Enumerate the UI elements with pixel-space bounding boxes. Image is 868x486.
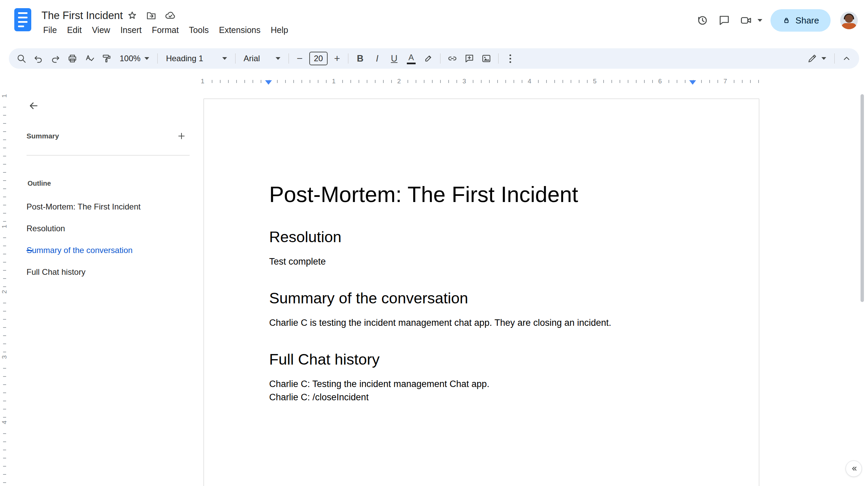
more-options-button[interactable] [502,50,519,67]
insert-image-button[interactable] [478,50,495,67]
doc-paragraph[interactable]: Charlie C is testing the incident manage… [269,316,698,330]
paragraph-style-value: Heading 1 [166,54,203,63]
outline-item-resolution[interactable]: Resolution [27,222,193,235]
underline-icon: U [391,53,398,64]
decrease-font-size-button[interactable]: − [292,51,307,66]
video-call-button[interactable] [735,10,757,31]
comment-plus-icon [464,53,474,64]
history-clock-icon [696,14,709,27]
print-button[interactable] [64,50,81,67]
chevron-down-icon [276,57,280,60]
zoom-select[interactable]: 100% [115,51,154,66]
highlight-color-button[interactable] [420,50,437,67]
menu-file[interactable]: File [38,22,62,38]
menu-view[interactable]: View [87,22,115,38]
font-value: Arial [244,54,260,63]
ruler-number: 3 [460,77,469,86]
ruler-number: 2 [395,77,404,86]
doc-heading-1[interactable]: Post-Mortem: The First Incident [269,182,698,207]
add-summary-button[interactable] [173,128,190,144]
star-button[interactable] [123,7,142,24]
chevron-down-icon [821,57,826,60]
toolbar-right [802,50,855,67]
menu-tools[interactable]: Tools [184,22,214,38]
outline-item-post-mortem[interactable]: Post-Mortem: The First Incident [27,200,193,214]
italic-button[interactable]: I [369,50,386,67]
toolbar: 100% Heading 1 Arial − 20 + B I U A [9,48,859,69]
outline-label: Outline [28,180,51,187]
docs-logo-icon[interactable] [14,8,31,31]
doc-paragraph[interactable]: Charlie C: Testing the incident manageme… [269,378,698,391]
ruler-number: 1 [329,77,338,86]
text-color-button[interactable]: A [403,50,420,67]
highlighter-icon [423,53,433,64]
document-status-button[interactable] [161,7,180,24]
ruler-number: 7 [721,77,730,86]
close-outline-button[interactable] [24,96,44,116]
ruler-number: 1 [0,222,9,231]
logo-line [18,17,28,18]
lock-icon [782,16,791,25]
paint-format-button[interactable] [98,50,115,67]
menu-help[interactable]: Help [266,22,293,38]
add-comment-button[interactable] [461,50,478,67]
redo-button[interactable] [47,50,64,67]
undo-icon [33,53,44,64]
summary-label: Summary [27,132,59,140]
doc-paragraph[interactable]: Charlie C: /closeIncident [269,391,698,404]
bold-button[interactable]: B [352,50,369,67]
chevron-down-icon [144,57,149,60]
version-history-button[interactable] [692,10,713,31]
account-avatar[interactable] [840,12,858,29]
right-indent-marker[interactable] [689,80,696,85]
editing-mode-select[interactable] [802,51,831,66]
chevron-down-icon [222,57,227,60]
outline-item-full-chat-history[interactable]: Full Chat history [27,265,193,279]
document-title[interactable]: The First Incident [41,10,123,22]
vertical-ruler: 1 1 2 3 4 [0,87,9,486]
menu-format[interactable]: Format [147,22,184,38]
menu-edit[interactable]: Edit [62,22,87,38]
hide-menus-button[interactable] [838,50,855,67]
open-side-panel-button[interactable] [846,460,862,477]
comments-button[interactable] [713,10,735,31]
font-select[interactable]: Arial [239,51,285,66]
move-folder-button[interactable] [142,7,161,24]
increase-font-size-button[interactable]: + [330,51,345,66]
ruler-number: 2 [0,287,9,296]
spellcheck-icon [84,53,94,64]
insert-link-button[interactable] [444,50,461,67]
header-actions: Share [692,8,858,33]
search-menus-button[interactable] [13,50,30,67]
double-chevron-left-icon [849,464,858,473]
sidebar-divider [27,155,190,155]
text-color-icon: A [407,53,416,64]
toolbar-divider [348,53,348,64]
video-camera-icon [740,14,752,27]
document-outline: Post-Mortem: The First Incident Resoluti… [27,200,193,279]
left-indent-marker[interactable] [265,80,272,85]
spelling-check-button[interactable] [81,50,98,67]
doc-heading-resolution[interactable]: Resolution [269,228,698,246]
menu-insert[interactable]: Insert [115,22,147,38]
title-row: The First Incident [41,7,180,24]
menu-extensions[interactable]: Extensions [214,22,265,38]
image-icon [481,53,491,64]
vertical-scrollbar[interactable] [861,94,864,302]
link-icon [447,53,457,64]
doc-heading-summary[interactable]: Summary of the conversation [269,289,698,307]
doc-paragraph[interactable]: Test complete [269,255,698,268]
ruler-ticks [204,80,759,83]
doc-heading-full-chat-history[interactable]: Full Chat history [269,351,698,368]
logo-line [18,12,28,14]
toolbar-divider [289,53,289,64]
font-size-input[interactable]: 20 [309,52,328,65]
paragraph-style-select[interactable]: Heading 1 [161,51,231,66]
ruler-number: 1 [0,91,9,100]
share-button[interactable]: Share [770,9,831,32]
undo-button[interactable] [30,50,47,67]
video-call-caret[interactable] [758,19,762,22]
star-icon [127,10,138,21]
outline-item-summary-of-the-conversation[interactable]: Summary of the conversation [27,244,193,257]
underline-button[interactable]: U [386,50,403,67]
